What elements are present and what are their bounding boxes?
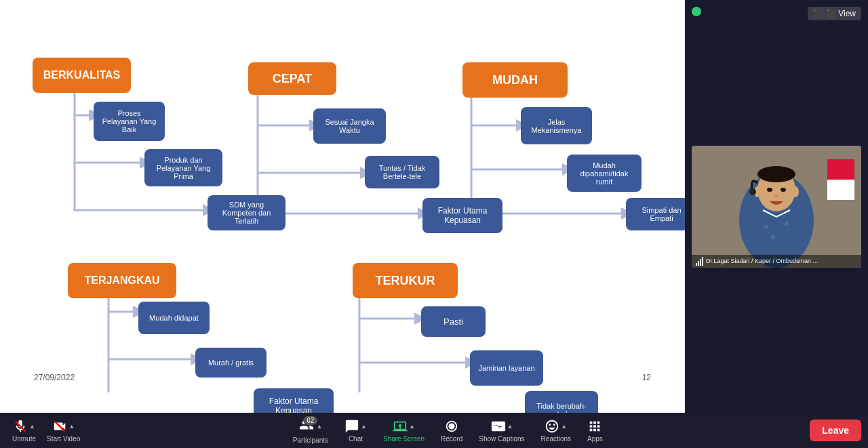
toolbar: ▲ Unmute ▲ Start Video [0, 413, 868, 448]
svg-point-13 [785, 222, 789, 226]
status-dot [692, 7, 701, 16]
produk-pelayanan-node: Produk dan Pelayanan Yang Prima [144, 149, 222, 186]
captions-icon [491, 419, 506, 434]
view-icon: ⬛ [813, 9, 823, 18]
terjangkau-node: TERJANGKAU [68, 263, 176, 298]
proses-pelayanan-node: Proses Pelayanan Yang Baik [94, 102, 165, 141]
reactions-label: Reactions [541, 435, 571, 443]
participants-icon-wrap: 62 [298, 418, 315, 435]
participants-button[interactable]: 62 ▲ Participants [288, 415, 334, 447]
participants-chevron[interactable]: ▲ [316, 423, 322, 430]
svg-point-8 [749, 188, 756, 195]
share-screen-icon [393, 419, 408, 434]
reactions-icon [545, 419, 559, 434]
unmute-chevron[interactable]: ▲ [29, 423, 35, 430]
faktor-utama1-node: Faktor Utama Kepuasan [422, 198, 502, 233]
right-panel: ⬛ ⬛ View [685, 0, 868, 413]
record-icon [444, 419, 459, 434]
pasti-node: Pasti [421, 306, 486, 337]
chat-icon [344, 419, 359, 434]
murah-gratis-node: Murah / gratis [195, 348, 267, 378]
reactions-chevron[interactable]: ▲ [561, 423, 567, 430]
video-chevron[interactable]: ▲ [68, 423, 75, 430]
slide-page: 12 [642, 373, 651, 382]
speaker-video: Dr.Lagat Siadari / Kaper / Ombudsman ... [692, 146, 861, 268]
svg-point-11 [774, 195, 778, 197]
slide-date: 27/09/2022 [34, 373, 75, 382]
toolbar-left: ▲ Unmute ▲ Start Video [7, 416, 85, 445]
signal-bars-icon [696, 257, 703, 266]
toolbar-right: Leave [810, 420, 861, 441]
show-captions-label: Show Captions [479, 435, 524, 443]
speaker-name: Dr.Lagat Siadari / Kaper / Ombudsman ... [706, 258, 818, 264]
share-screen-label: Share Screen [383, 435, 425, 443]
main-area: BERKUALITAS CEPAT MUDAH Proses Pelayanan… [0, 0, 868, 413]
sdm-node: SDM yang Kompeten dan Terlatih [208, 195, 285, 230]
view-button[interactable]: ⬛ ⬛ View [808, 7, 861, 20]
apps-icon [587, 419, 602, 434]
toolbar-center: 62 ▲ Participants ▲ Chat ▲ [288, 415, 608, 447]
cepat-node: CEPAT [248, 62, 336, 95]
svg-point-10 [781, 188, 786, 192]
svg-point-12 [764, 225, 768, 229]
show-captions-button[interactable]: ▲ Show Captions [473, 416, 530, 445]
mic-icon [13, 419, 28, 434]
record-button[interactable]: Record [435, 416, 468, 445]
leave-button[interactable]: Leave [810, 420, 861, 441]
record-label: Record [441, 435, 462, 443]
tuntas-node: Tuntas / Tidak Bertele-tele [365, 156, 439, 188]
unmute-button[interactable]: ▲ Unmute [7, 416, 41, 445]
mudah-didapat-node: Mudah didapat [138, 302, 210, 334]
share-chevron[interactable]: ▲ [409, 423, 415, 430]
video-background [692, 146, 861, 268]
speaker-name-bar: Dr.Lagat Siadari / Kaper / Ombudsman ... [692, 255, 861, 268]
svg-point-9 [767, 188, 772, 192]
apps-label: Apps [587, 435, 603, 443]
participant-count: 62 [303, 416, 317, 425]
jelas-mekanisme-node: Jelas Mekanismenya [521, 107, 592, 144]
chat-button[interactable]: ▲ Chat [339, 416, 372, 445]
svg-point-5 [757, 166, 795, 182]
mudah-node: MUDAH [462, 62, 568, 98]
svg-point-14 [771, 235, 775, 239]
reactions-button[interactable]: ▲ Reactions [536, 416, 576, 445]
start-video-button[interactable]: ▲ Start Video [41, 416, 85, 445]
svg-rect-2 [827, 180, 854, 200]
svg-point-7 [792, 186, 799, 197]
sesuai-jangka-node: Sesuai Jangka Waktu [313, 108, 386, 144]
chat-chevron[interactable]: ▲ [361, 423, 367, 430]
participants-label: Participants [293, 436, 328, 444]
captions-chevron[interactable]: ▲ [507, 423, 513, 430]
apps-button[interactable]: Apps [582, 416, 608, 445]
jaminan-node: Jaminan layanan [470, 350, 543, 386]
terukur-node: TERUKUR [353, 263, 458, 298]
svg-point-18 [449, 423, 455, 429]
start-video-label: Start Video [47, 435, 80, 443]
slide-content: BERKUALITAS CEPAT MUDAH Proses Pelayanan… [20, 20, 665, 392]
unmute-label: Unmute [12, 435, 36, 443]
berkualitas-node: BERKUALITAS [33, 58, 131, 93]
camera-icon [52, 419, 67, 434]
mudah-dipahami-node: Mudah dipahami/tidak rumit [567, 155, 642, 192]
chat-label: Chat [349, 435, 363, 443]
share-screen-button[interactable]: ▲ Share Screen [378, 416, 430, 445]
slide-area: BERKUALITAS CEPAT MUDAH Proses Pelayanan… [0, 0, 685, 413]
view-label: ⬛ View [826, 9, 856, 18]
